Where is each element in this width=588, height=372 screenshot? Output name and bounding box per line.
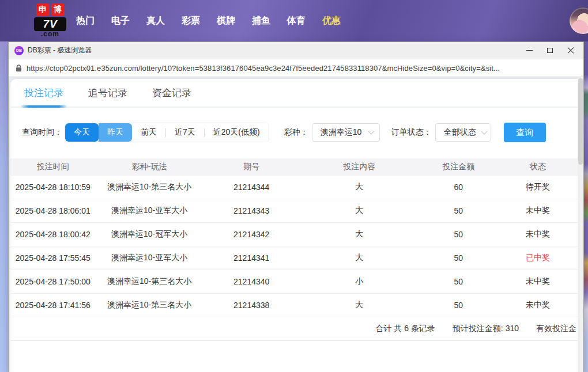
table-row[interactable]: 2025-04-28 18:10:59澳洲幸运10-第三名大小21214344大… bbox=[10, 176, 578, 199]
header-cell-4: 投注内容 bbox=[300, 162, 419, 172]
window-title: DB彩票 - 极速浏览器 bbox=[28, 45, 519, 55]
time-option-昨天[interactable]: 昨天 bbox=[99, 123, 132, 142]
maximize-icon bbox=[547, 48, 553, 53]
site-nav-items: 热门电子真人彩票棋牌捕鱼体育优惠 bbox=[76, 15, 341, 27]
nav-item-彩票[interactable]: 彩票 bbox=[182, 15, 200, 27]
logo-com: .com bbox=[41, 31, 59, 37]
cell-content: 大 bbox=[300, 300, 419, 310]
header-cell-2: 彩种-玩法 bbox=[96, 162, 203, 172]
cell-status: 已中奖 bbox=[498, 253, 578, 263]
time-filter-group: 今天昨天前天近7天近20天(低频) bbox=[65, 123, 269, 142]
cell-issue: 21214340 bbox=[203, 277, 300, 286]
time-option-近7天[interactable]: 近7天 bbox=[166, 123, 204, 142]
order-status-select-value: 全部状态 bbox=[444, 127, 476, 138]
site-navbar: 申 博 7V .com 热门电子真人彩票棋牌捕鱼体育优惠 bbox=[0, 0, 588, 41]
cell-game: 澳洲幸运10-亚军大小 bbox=[96, 253, 203, 263]
time-option-今天[interactable]: 今天 bbox=[65, 123, 99, 142]
tab-投注记录[interactable]: 投注记录 bbox=[24, 79, 63, 107]
bet-records-table: 投注时间彩种-玩法期号投注内容投注金额状态 2025-04-28 18:10:5… bbox=[10, 158, 578, 341]
background-page-edge bbox=[584, 41, 588, 372]
query-button[interactable]: 查询 bbox=[504, 123, 546, 142]
logo-7v: 7V bbox=[34, 17, 66, 31]
window-controls bbox=[519, 42, 581, 59]
cell-amount: 50 bbox=[419, 230, 498, 239]
chevron-down-icon bbox=[481, 128, 487, 134]
active-tab-underline bbox=[20, 105, 67, 108]
cell-issue: 21214343 bbox=[203, 206, 300, 215]
cell-issue: 21214342 bbox=[203, 230, 300, 239]
table-row[interactable]: 2025-04-28 17:55:45澳洲幸运10-亚军大小21214341大5… bbox=[10, 246, 578, 270]
table-row[interactable]: 2025-04-28 18:00:42澳洲幸运10-冠军大小21214342大5… bbox=[10, 223, 578, 246]
header-cell-5: 投注金额 bbox=[419, 162, 498, 172]
cell-game: 澳洲幸运10-第三名大小 bbox=[96, 300, 203, 310]
cell-status: 未中奖 bbox=[498, 276, 578, 287]
nav-item-优惠[interactable]: 优惠 bbox=[322, 15, 341, 27]
cell-time: 2025-04-28 17:55:45 bbox=[10, 253, 96, 263]
header-cell-6: 状态 bbox=[498, 162, 578, 172]
time-filter-label: 查询时间： bbox=[22, 127, 62, 138]
summary-valid-amount: 有效投注金 bbox=[536, 324, 576, 334]
minimize-button[interactable] bbox=[519, 42, 540, 59]
browser-window: DB DB彩票 - 极速浏览器 https://ctop02pctx01.e35… bbox=[8, 41, 584, 372]
cell-content: 大 bbox=[300, 229, 419, 240]
cell-game: 澳洲幸运10-冠军大小 bbox=[96, 229, 203, 240]
cell-content: 小 bbox=[300, 276, 419, 287]
table-row[interactable]: 2025-04-28 17:50:00澳洲幸运10-第三名大小21214340小… bbox=[10, 270, 578, 294]
cell-amount: 50 bbox=[419, 253, 498, 263]
close-icon bbox=[567, 47, 574, 54]
nav-item-棋牌[interactable]: 棋牌 bbox=[217, 15, 235, 27]
db-favicon-icon: DB bbox=[14, 46, 24, 55]
logo-tile-2: 博 bbox=[51, 3, 65, 16]
time-option-近20天(低频)[interactable]: 近20天(低频) bbox=[205, 123, 269, 142]
table-body: 2025-04-28 18:10:59澳洲幸运10-第三名大小21214344大… bbox=[10, 176, 578, 317]
cell-amount: 50 bbox=[419, 206, 498, 215]
table-row[interactable]: 2025-04-28 18:06:01澳洲幸运10-亚军大小21214343大5… bbox=[10, 199, 578, 223]
order-status-select[interactable]: 全部状态 bbox=[435, 123, 491, 142]
close-button[interactable] bbox=[560, 42, 581, 59]
filter-row: 查询时间： 今天昨天前天近7天近20天(低频) 彩种： 澳洲幸运10 订单状态：… bbox=[10, 123, 578, 142]
nav-item-真人[interactable]: 真人 bbox=[146, 15, 165, 27]
maximize-button[interactable] bbox=[540, 42, 560, 59]
user-avatar[interactable] bbox=[570, 7, 588, 34]
summary-total: 合计 共 6 条记录 bbox=[375, 324, 435, 334]
scrollbar-thumb[interactable] bbox=[578, 78, 583, 165]
cell-content: 大 bbox=[300, 182, 419, 192]
nav-item-体育[interactable]: 体育 bbox=[287, 15, 306, 27]
cell-game: 澳洲幸运10-第三名大小 bbox=[96, 276, 203, 287]
summary-expected-amount: 预计投注金额: 310 bbox=[453, 324, 519, 334]
cell-game: 澳洲幸运10-亚军大小 bbox=[96, 206, 203, 216]
time-option-前天[interactable]: 前天 bbox=[132, 123, 165, 142]
minimize-icon bbox=[526, 50, 533, 51]
chevron-down-icon bbox=[368, 128, 374, 134]
tab-资金记录[interactable]: 资金记录 bbox=[152, 79, 191, 107]
nav-item-热门[interactable]: 热门 bbox=[76, 15, 95, 27]
lottery-select[interactable]: 澳洲幸运10 bbox=[312, 123, 380, 142]
page-content: 投注记录追号记录资金记录 查询时间： 今天昨天前天近7天近20天(低频) 彩种：… bbox=[9, 77, 583, 372]
window-titlebar[interactable]: DB DB彩票 - 极速浏览器 bbox=[9, 42, 583, 59]
table-summary: 合计 共 6 条记录 预计投注金额: 310 有效投注金 bbox=[10, 317, 578, 341]
nav-item-捕鱼[interactable]: 捕鱼 bbox=[252, 15, 270, 27]
cell-time: 2025-04-28 18:06:01 bbox=[10, 206, 96, 215]
cell-issue: 21214344 bbox=[203, 183, 300, 192]
vertical-scrollbar[interactable] bbox=[578, 77, 583, 372]
cell-amount: 50 bbox=[419, 277, 498, 286]
cell-status: 未中奖 bbox=[498, 206, 578, 216]
site-logo[interactable]: 申 博 7V .com bbox=[33, 3, 67, 38]
logo-tiles: 申 博 bbox=[36, 3, 65, 16]
nav-item-电子[interactable]: 电子 bbox=[111, 15, 130, 27]
records-card: 投注记录追号记录资金记录 查询时间： 今天昨天前天近7天近20天(低频) 彩种：… bbox=[10, 79, 578, 372]
tab-追号记录[interactable]: 追号记录 bbox=[88, 79, 127, 107]
cell-time: 2025-04-28 18:10:59 bbox=[10, 183, 96, 192]
cell-issue: 21214341 bbox=[203, 253, 300, 263]
status-filter-label: 订单状态： bbox=[391, 127, 432, 138]
cell-time: 2025-04-28 17:50:00 bbox=[10, 277, 96, 286]
url-text[interactable]: https://ctop02pctx01.e35zun.com/lottery/… bbox=[27, 64, 500, 73]
lock-icon bbox=[16, 64, 22, 72]
table-row[interactable]: 2025-04-28 17:41:56澳洲幸运10-第三名大小21214338大… bbox=[10, 294, 578, 317]
cell-status: 未中奖 bbox=[498, 229, 578, 240]
cell-issue: 21214338 bbox=[203, 301, 300, 310]
address-bar[interactable]: https://ctop02pctx01.e35zun.com/lottery/… bbox=[9, 59, 583, 77]
cell-status: 未中奖 bbox=[498, 300, 578, 310]
cell-time: 2025-04-28 17:41:56 bbox=[10, 301, 96, 310]
record-tabs: 投注记录追号记录资金记录 bbox=[10, 79, 578, 108]
